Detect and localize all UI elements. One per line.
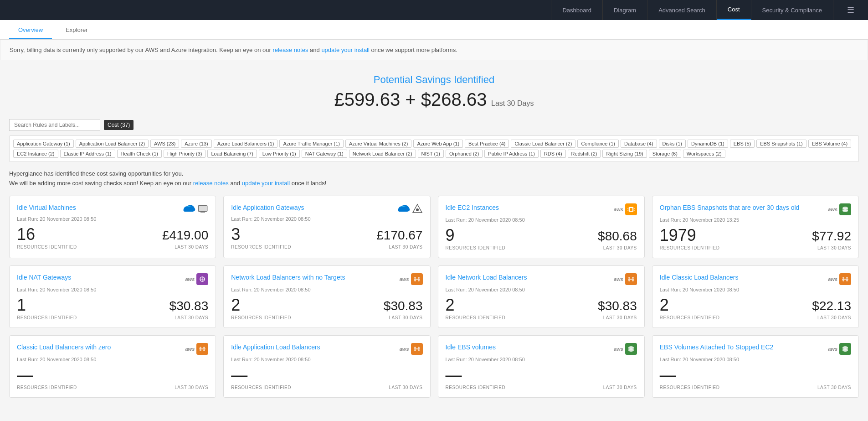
cost-card[interactable]: Idle Network Load Balancers aws Last Run… xyxy=(438,265,645,328)
filter-tag[interactable]: Redshift (2) xyxy=(568,150,601,158)
filter-tag[interactable]: Database (4) xyxy=(621,140,657,148)
filter-tag[interactable]: High Priority (3) xyxy=(164,150,205,158)
update-install-link-2[interactable]: update your install xyxy=(242,180,290,187)
card-label-right: LAST 30 DAYS xyxy=(817,315,851,320)
storage-icon xyxy=(627,345,635,353)
monitor-icon xyxy=(197,203,208,214)
nav-cost[interactable]: Cost xyxy=(717,0,751,20)
savings-title: Potential Savings Identified xyxy=(9,74,859,86)
card-label-right: LAST 30 DAYS xyxy=(175,315,208,320)
filter-tag[interactable]: Azure Traffic Manager (1) xyxy=(279,140,344,148)
cost-card[interactable]: Idle Virtual Machines Last Run: 20 Novem… xyxy=(9,196,216,258)
card-icons: aws xyxy=(614,203,637,215)
card-label-left: RESOURCES IDENTIFIED xyxy=(231,244,291,249)
filter-tag[interactable]: NAT Gateway (1) xyxy=(302,150,347,158)
filter-tag[interactable]: Azure Web App (1) xyxy=(413,140,463,148)
svg-rect-17 xyxy=(414,279,420,280)
filter-tag[interactable]: Storage (6) xyxy=(649,150,681,158)
info-text-after: once we support more platforms. xyxy=(370,47,457,53)
card-count: 2 xyxy=(231,297,240,313)
release-notes-link-2[interactable]: release notes xyxy=(193,180,229,187)
svg-point-28 xyxy=(842,277,844,279)
filter-tag[interactable]: Best Practice (4) xyxy=(465,140,509,148)
nav-dashboard[interactable]: Dashboard xyxy=(551,0,603,20)
card-last-run: Last Run: 20 November 2020 13:25 xyxy=(660,217,851,223)
cost-card[interactable]: Classic Load Balancers with zero aws Las… xyxy=(9,335,216,398)
filter-tag[interactable]: Low Priority (1) xyxy=(259,150,300,158)
filter-tag[interactable]: Orphaned (2) xyxy=(446,150,483,158)
cost-card[interactable]: Idle EBS volumes aws Last Run: 20 Novemb… xyxy=(438,335,645,398)
search-filter-row: Cost (37) xyxy=(9,119,859,131)
cost-card[interactable]: EBS Volumes Attached To Stopped EC2 aws … xyxy=(652,335,859,398)
filter-tag[interactable]: Network Load Balancer (2) xyxy=(349,150,416,158)
filter-tag[interactable]: Azure Load Balancers (1) xyxy=(214,140,278,148)
svg-point-40 xyxy=(414,349,416,351)
svg-rect-27 xyxy=(842,279,848,280)
storage-icon xyxy=(842,206,849,213)
release-notes-link-1[interactable]: release notes xyxy=(272,47,308,53)
filter-tag[interactable]: Compliance (1) xyxy=(577,140,619,148)
filter-tag[interactable]: Health Check (1) xyxy=(117,150,162,158)
filter-tag[interactable]: AWS (23) xyxy=(150,140,179,148)
card-label-left: RESOURCES IDENTIFIED xyxy=(446,385,506,390)
cost-card[interactable]: Idle Application Load Balancers aws Last… xyxy=(223,335,430,398)
card-last-run: Last Run: 20 November 2020 08:50 xyxy=(231,357,422,362)
card-count: — xyxy=(231,367,247,383)
card-label-right: LAST 30 DAYS xyxy=(603,315,637,320)
filter-tag[interactable]: Azure Virtual Machines (2) xyxy=(345,140,411,148)
svg-point-19 xyxy=(418,277,420,279)
nav-diagram[interactable]: Diagram xyxy=(603,0,647,20)
cost-card[interactable]: Orphan EBS Snapshots that are over 30 da… xyxy=(652,196,859,258)
filter-tag[interactable]: DynamoDB (1) xyxy=(688,140,728,148)
cost-card[interactable]: Idle Application Gateways Last Run: 20 N… xyxy=(223,196,430,258)
filter-tag[interactable]: Application Gateway (1) xyxy=(13,140,74,148)
card-count: 2 xyxy=(446,297,455,313)
search-input[interactable] xyxy=(9,119,100,131)
tab-overview[interactable]: Overview xyxy=(9,20,52,39)
filter-tag[interactable]: Classic Load Balancer (2) xyxy=(511,140,575,148)
hamburger-icon[interactable]: ☰ xyxy=(842,5,859,15)
card-title: Orphan EBS Snapshots that are over 30 da… xyxy=(660,203,824,212)
svg-rect-22 xyxy=(628,279,634,280)
cost-card[interactable]: Network Load Balancers with no Targets a… xyxy=(223,265,430,328)
card-title: Idle NAT Gateways xyxy=(17,273,181,281)
nav-advanced-search[interactable]: Advanced Search xyxy=(647,0,717,20)
nav-security[interactable]: Security & Compliance xyxy=(751,0,834,20)
filter-tag[interactable]: Public IP Address (1) xyxy=(484,150,539,158)
gateway-icon xyxy=(412,203,423,214)
lb-icon xyxy=(842,275,849,283)
filter-tag[interactable]: Workspaces (2) xyxy=(683,150,725,158)
svg-point-33 xyxy=(200,347,201,348)
cards-grid: Idle Virtual Machines Last Run: 20 Novem… xyxy=(9,196,859,398)
card-label-right: LAST 30 DAYS xyxy=(389,315,423,320)
card-icons: aws xyxy=(828,343,851,355)
filter-tag[interactable]: EBS (5) xyxy=(730,140,755,148)
filter-tag[interactable]: Right Sizing (19) xyxy=(602,150,647,158)
card-amount: $22.13 xyxy=(812,299,851,313)
filter-tag[interactable]: EBS Volume (4) xyxy=(808,140,851,148)
filter-tag[interactable]: Disks (1) xyxy=(659,140,686,148)
card-amount: $77.92 xyxy=(812,229,851,244)
cost-card[interactable]: Idle Classic Load Balancers aws Last Run… xyxy=(652,265,859,328)
lb-icon xyxy=(199,345,206,353)
card-count: — xyxy=(17,367,33,383)
card-label-right: LAST 30 DAYS xyxy=(175,385,208,390)
filter-tag[interactable]: RDS (4) xyxy=(540,150,566,158)
svg-point-38 xyxy=(414,347,416,348)
cost-card[interactable]: Idle EC2 Instances aws Last Run: 20 Nove… xyxy=(438,196,645,258)
filter-tag[interactable]: Azure (13) xyxy=(181,140,211,148)
update-install-link-1[interactable]: update your install xyxy=(321,47,370,53)
filter-tag[interactable]: Elastic IP Address (1) xyxy=(60,150,115,158)
svg-point-41 xyxy=(418,349,420,351)
card-icons: aws xyxy=(185,343,208,355)
tab-explorer[interactable]: Explorer xyxy=(56,20,97,39)
cost-card[interactable]: Idle NAT Gateways aws Last Run: 20 Novem… xyxy=(9,265,216,328)
filter-tag[interactable]: NIST (1) xyxy=(418,150,444,158)
svg-point-34 xyxy=(203,347,205,348)
filter-tag[interactable]: EC2 Instance (2) xyxy=(13,150,58,158)
filter-tag[interactable]: Application Load Balancer (2) xyxy=(76,140,149,148)
lb-icon xyxy=(413,345,421,353)
filter-tag[interactable]: EBS Snapshots (1) xyxy=(756,140,806,148)
card-label-right: LAST 30 DAYS xyxy=(389,385,423,390)
filter-tag[interactable]: Load Balancing (7) xyxy=(207,150,257,158)
